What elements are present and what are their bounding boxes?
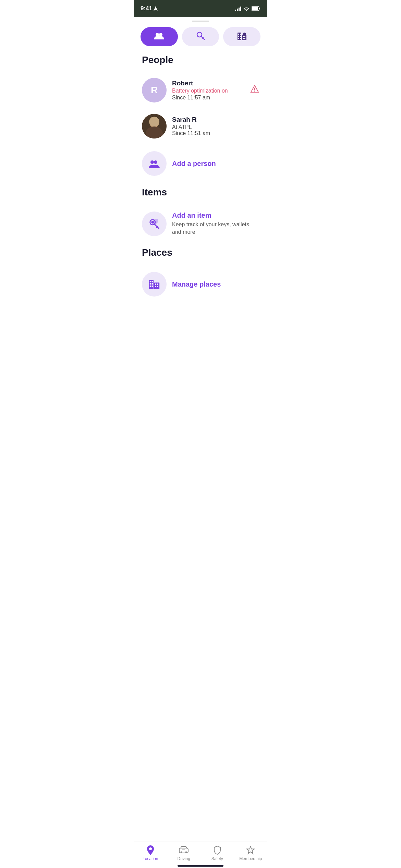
svg-rect-38 <box>157 284 158 285</box>
robert-avatar-letter: R <box>151 85 158 96</box>
sarah-name: Sarah R <box>172 116 259 123</box>
svg-rect-19 <box>244 38 245 39</box>
svg-rect-34 <box>151 283 153 285</box>
warning-icon <box>250 85 259 96</box>
add-item-text: Add an item Keep track of your keys, wal… <box>172 212 259 236</box>
manage-places-label: Manage places <box>172 280 221 288</box>
svg-rect-16 <box>243 36 244 37</box>
key-icon <box>196 31 205 42</box>
manage-places-button[interactable]: Manage places <box>142 265 259 303</box>
sarah-info: Sarah R At ATPL Since 11:51 am <box>172 116 259 136</box>
sarah-since: Since 11:51 am <box>172 130 259 136</box>
tab-pill-people[interactable] <box>141 27 178 46</box>
svg-rect-18 <box>243 38 244 39</box>
person-item-robert[interactable]: R Robert Battery optimization on Since 1… <box>142 72 259 108</box>
key-tag-icon <box>148 218 160 230</box>
robert-since: Since 11:57 am <box>172 95 247 101</box>
tab-pill-keys[interactable] <box>182 27 219 46</box>
svg-point-23 <box>150 160 154 164</box>
add-person-icon <box>148 157 160 170</box>
drag-handle <box>134 17 267 24</box>
people-icon <box>154 32 164 41</box>
status-bar: 9:41 <box>134 0 267 17</box>
add-person-button[interactable]: Add a person <box>142 144 259 183</box>
svg-rect-40 <box>157 286 158 287</box>
svg-rect-13 <box>240 36 241 37</box>
places-section-title: Places <box>142 247 259 258</box>
svg-point-24 <box>154 160 157 164</box>
add-item-label: Add an item <box>172 212 259 219</box>
status-time: 9:41 <box>141 5 158 12</box>
sarah-location: At ATPL <box>172 124 259 130</box>
add-item-description: Keep track of your keys, wallets, and mo… <box>172 221 259 236</box>
svg-rect-32 <box>151 281 153 282</box>
wifi-icon <box>243 6 250 11</box>
add-item-button[interactable]: Add an item Keep track of your keys, wal… <box>142 205 259 243</box>
items-section-title: Items <box>142 187 259 198</box>
robert-avatar: R <box>142 78 167 103</box>
svg-point-4 <box>159 33 162 36</box>
building-places-icon <box>148 278 160 290</box>
tab-pill-building[interactable] <box>223 27 260 46</box>
person-item-sarah[interactable]: Sarah R At ATPL Since 11:51 am <box>142 108 259 144</box>
main-content: People R Robert Battery optimization on … <box>134 55 267 338</box>
items-section: Items Add an item Keep track of your key… <box>142 187 259 243</box>
svg-point-3 <box>156 33 159 36</box>
svg-rect-2 <box>259 8 260 10</box>
svg-rect-1 <box>252 7 258 10</box>
status-icons <box>235 6 260 11</box>
svg-rect-10 <box>238 34 239 35</box>
svg-rect-35 <box>150 286 151 287</box>
sarah-avatar <box>142 114 167 138</box>
robert-status: Battery optimization on <box>172 88 247 94</box>
robert-info: Robert Battery optimization on Since 11:… <box>172 80 247 101</box>
svg-rect-14 <box>238 38 239 39</box>
add-person-icon-circle <box>142 151 167 176</box>
tab-pills <box>134 24 267 52</box>
svg-rect-12 <box>238 36 239 37</box>
location-arrow-icon <box>154 6 158 11</box>
svg-point-22 <box>254 91 255 92</box>
manage-places-icon-circle <box>142 272 167 297</box>
svg-rect-11 <box>240 34 241 35</box>
building-icon <box>237 31 247 42</box>
svg-rect-33 <box>150 283 151 285</box>
svg-rect-39 <box>155 286 156 287</box>
signal-icon <box>235 6 241 11</box>
add-item-icon-circle <box>142 212 167 236</box>
add-person-label: Add a person <box>172 160 216 168</box>
people-section-title: People <box>142 55 259 65</box>
svg-point-20 <box>243 33 246 36</box>
robert-name: Robert <box>172 80 247 87</box>
battery-icon <box>252 6 260 11</box>
svg-rect-31 <box>150 281 151 282</box>
places-section: Places Manage places <box>142 247 259 303</box>
svg-rect-36 <box>151 286 153 287</box>
svg-rect-37 <box>155 284 156 285</box>
svg-rect-15 <box>240 38 241 39</box>
